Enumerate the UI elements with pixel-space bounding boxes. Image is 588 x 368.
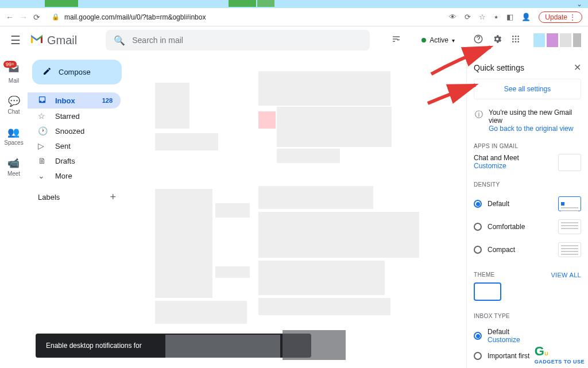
rail-chat[interactable]: 💬 Chat: [7, 95, 20, 115]
info-banner: ⓘ You're using the new Gmail view Go bac…: [474, 109, 581, 133]
status-pill[interactable]: Active ▾: [417, 34, 459, 47]
gmail-logo-icon: [30, 34, 44, 47]
inbox-icon: [38, 95, 47, 106]
svg-point-8: [515, 41, 517, 42]
star-icon[interactable]: ☆: [479, 13, 486, 21]
quick-settings-panel: Quick settings ✕ See all settings ⓘ You'…: [466, 54, 588, 368]
forward-icon[interactable]: →: [20, 13, 28, 22]
tune-icon[interactable]: [392, 34, 411, 46]
chat-icon: 💬: [8, 95, 20, 107]
svg-point-9: [517, 41, 519, 42]
spaces-icon: 👥: [7, 126, 20, 138]
avatar[interactable]: [533, 33, 581, 47]
rail-meet[interactable]: 📹 Meet: [7, 157, 20, 177]
svg-point-3: [517, 36, 519, 37]
revert-view-link[interactable]: Go back to the original view: [489, 125, 580, 133]
watermark: GU GADGETS TO USE: [535, 344, 585, 365]
gmail-brand-text: Gmail: [47, 34, 77, 47]
apps-preview-thumb: [558, 154, 581, 171]
density-compact[interactable]: Compact: [474, 238, 581, 261]
labels-header: Labels +: [28, 183, 126, 203]
density-preview-thumb: [558, 242, 581, 257]
mail-icon: 99+: [8, 64, 20, 76]
svg-point-7: [512, 41, 514, 42]
clock-icon: 🕐: [38, 126, 47, 135]
svg-point-4: [512, 38, 514, 40]
panel-icon[interactable]: ◧: [506, 13, 513, 21]
status-dot-icon: [421, 38, 426, 42]
search-box[interactable]: 🔍: [106, 30, 370, 51]
see-all-settings-button[interactable]: See all settings: [474, 79, 581, 99]
help-icon[interactable]: [473, 34, 483, 47]
radio-icon: [474, 352, 482, 360]
update-button[interactable]: Update ⋮: [539, 11, 582, 23]
svg-point-2: [515, 36, 517, 37]
sidebar: Compose Inbox 128 ☆ Starred 🕐 Snoozed ▷ …: [28, 54, 126, 368]
radio-icon: [474, 246, 482, 254]
mail-content: [126, 54, 466, 368]
density-default[interactable]: Default: [474, 192, 581, 215]
gear-icon[interactable]: [492, 34, 502, 47]
customize-apps-link[interactable]: Customize: [474, 162, 519, 170]
radio-icon: [474, 223, 482, 231]
gmail-header: ☰ Gmail 🔍 Active ▾: [0, 26, 588, 54]
pencil-icon: [42, 67, 52, 78]
customize-inbox-link[interactable]: Customize: [488, 336, 520, 344]
theme-thumbnail[interactable]: [474, 282, 501, 301]
apps-grid-icon[interactable]: [511, 34, 520, 47]
settings-title: Quick settings: [474, 63, 524, 72]
info-icon: ⓘ: [475, 110, 483, 120]
chevron-down-icon[interactable]: ⌄: [577, 0, 582, 8]
radio-icon: [474, 332, 482, 340]
rail-mail[interactable]: 99+ Mail: [8, 64, 20, 84]
compose-button[interactable]: Compose: [32, 60, 122, 84]
url-text: mail.google.com/mail/u/0/?tab=rm&ogbl#in…: [64, 13, 206, 21]
sidebar-item-inbox[interactable]: Inbox 128: [28, 92, 121, 109]
back-icon[interactable]: ←: [6, 13, 14, 22]
notification-toast[interactable]: Enable desktop notifications for: [36, 334, 311, 358]
document-icon: 🗎: [38, 156, 47, 165]
theme-view-all-link[interactable]: View all: [551, 272, 581, 278]
sync-icon[interactable]: ⟳: [465, 13, 471, 21]
sidebar-item-snoozed[interactable]: 🕐 Snoozed: [28, 123, 121, 138]
window-titlebar: ⌄: [0, 0, 588, 8]
profile-icon[interactable]: 👤: [521, 13, 531, 21]
close-icon[interactable]: ✕: [574, 62, 581, 73]
left-rail: 99+ Mail 💬 Chat 👥 Spaces 📹 Meet: [0, 54, 28, 368]
chevron-down-icon: ⌄: [38, 171, 47, 180]
extensions-icon[interactable]: ⋆: [494, 13, 498, 21]
meet-icon: 📹: [7, 157, 20, 169]
browser-toolbar: ← → ⟳ 🔒 mail.google.com/mail/u/0/?tab=rm…: [0, 8, 588, 26]
search-icon: 🔍: [114, 35, 125, 46]
hamburger-icon[interactable]: ☰: [7, 33, 24, 47]
rail-spaces[interactable]: 👥 Spaces: [4, 126, 23, 146]
sidebar-item-more[interactable]: ⌄ More: [28, 168, 121, 183]
add-label-button[interactable]: +: [110, 191, 116, 203]
search-input[interactable]: [132, 36, 362, 45]
density-preview-thumb: [558, 219, 581, 234]
density-comfortable[interactable]: Comfortable: [474, 215, 581, 238]
address-bar[interactable]: 🔒 mail.google.com/mail/u/0/?tab=rm&ogbl#…: [46, 13, 443, 21]
lock-icon: 🔒: [52, 13, 60, 21]
sidebar-item-drafts[interactable]: 🗎 Drafts: [28, 153, 121, 168]
star-icon: ☆: [38, 111, 47, 121]
more-icon: ⋮: [569, 13, 576, 21]
sidebar-item-sent[interactable]: ▷ Sent: [28, 138, 121, 153]
sent-icon: ▷: [38, 141, 47, 150]
sidebar-item-starred[interactable]: ☆ Starred: [28, 109, 121, 123]
chevron-down-icon: ▾: [452, 37, 455, 44]
svg-point-6: [517, 38, 519, 40]
reload-icon[interactable]: ⟳: [33, 13, 40, 22]
radio-icon: [474, 200, 482, 208]
gmail-logo[interactable]: Gmail: [30, 34, 77, 47]
svg-point-5: [515, 38, 517, 40]
svg-point-1: [512, 36, 514, 37]
eye-icon[interactable]: 👁: [449, 13, 457, 21]
density-preview-thumb: [558, 196, 581, 211]
